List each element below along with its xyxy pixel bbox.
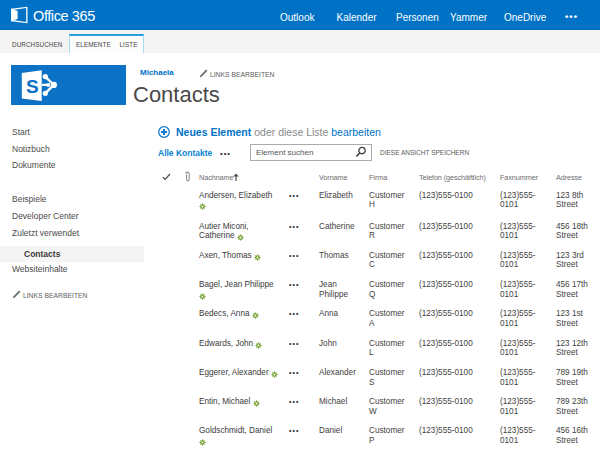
svg-text:S: S (26, 76, 39, 97)
